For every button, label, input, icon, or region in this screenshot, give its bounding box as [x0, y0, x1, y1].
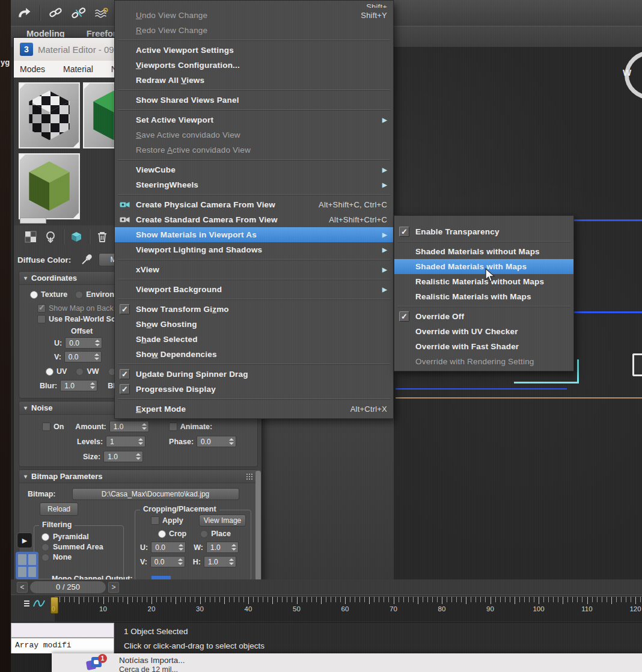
blur-spinner[interactable]: 1.0: [60, 380, 97, 391]
views-menu-item-update-during-spinner-drag[interactable]: ✓Update During Spinner Drag: [115, 367, 393, 382]
reload-button[interactable]: Reload: [40, 502, 78, 516]
expand-listener-button[interactable]: ▶: [17, 533, 32, 548]
bitmap-path-button[interactable]: D:\Casa_Max\Documento\kad.jpg: [72, 488, 239, 500]
link-icon[interactable]: [49, 6, 63, 20]
reset-map-trash-icon[interactable]: [95, 230, 109, 244]
vw-radio[interactable]: [76, 368, 84, 376]
views-menu-item-viewport-lighting-and-shadows[interactable]: Viewport Lighting and Shadows▶: [115, 242, 393, 257]
menu-modes[interactable]: Modes: [20, 64, 45, 74]
materials-submenu-item-override-with-rendering-setting[interactable]: Override with Rendering Setting: [394, 354, 573, 369]
unlink-icon[interactable]: [72, 6, 86, 20]
spinner-arrows-icon[interactable]: [93, 340, 100, 346]
eyedropper-icon[interactable]: [79, 252, 94, 267]
snap-waves-icon[interactable]: [94, 6, 109, 20]
materials-submenu-item-enable-transparency[interactable]: ✓Enable Transparency: [394, 224, 573, 239]
environ-radio[interactable]: [75, 291, 83, 299]
views-menu-item-show-dependencies[interactable]: Show Dependencies: [115, 347, 393, 362]
put-material-to-scene-icon[interactable]: [43, 230, 58, 244]
views-menu-item-viewport-background[interactable]: Viewport Background▶: [115, 282, 393, 297]
views-menu-item-shade-selected[interactable]: Shade Selected: [115, 332, 393, 347]
spinner-arrows-icon[interactable]: [176, 558, 183, 565]
bitmap-parameters-rollout-header[interactable]: ▾Bitmap Parameters: [19, 470, 257, 483]
views-menu-item-viewcube[interactable]: ViewCube▶: [115, 162, 393, 177]
materials-submenu-item-shaded-materials-without-maps[interactable]: Shaded Materials without Maps: [394, 244, 573, 259]
spinner-arrows-icon[interactable]: [136, 438, 143, 445]
views-menu-item-save-active-convidado-view[interactable]: Save Active convidado View: [115, 127, 393, 142]
spinner-arrows-icon[interactable]: [133, 453, 141, 460]
size-spinner[interactable]: 1.0: [103, 451, 143, 462]
assign-material-to-selection-icon[interactable]: [69, 230, 84, 244]
spinner-arrows-icon[interactable]: [227, 558, 234, 565]
v-offset-spinner[interactable]: 0.0: [64, 351, 102, 362]
materials-submenu-item-override-off[interactable]: ✓Override Off: [394, 309, 573, 324]
time-ruler[interactable]: 102030405060708090100110120: [55, 596, 642, 622]
macro-recorder-line[interactable]: [11, 623, 114, 638]
viewport-layout-tabs-icon[interactable]: [16, 552, 38, 579]
views-menu-item-undo-view-change[interactable]: Undo View ChangeShift+Y: [115, 8, 393, 23]
amount-spinner[interactable]: 1.0: [109, 421, 149, 432]
views-menu-item-restore-active-convidado-view[interactable]: Restore Active convidado View: [115, 142, 393, 157]
views-menu-item-redo-view-change[interactable]: Redo View Change: [115, 23, 393, 38]
views-menu-item-show-materials-in-viewport-as[interactable]: Show Materials in Viewport As▶: [115, 227, 393, 242]
previous-frame-button[interactable]: <: [17, 582, 28, 593]
views-menu-item-set-active-viewport[interactable]: Set Active Viewport▶: [115, 112, 393, 127]
notification-toast[interactable]: 1 Notícias Importa... Cerca de 12 mil...: [52, 653, 642, 672]
views-menu-item-fragment[interactable]: Shift+: [115, 2, 393, 8]
views-menu-item-show-transform-gizmo[interactable]: ✓Show Transform Gizmo: [115, 302, 393, 317]
spinner-arrows-icon[interactable]: [92, 353, 99, 360]
place-radio[interactable]: [200, 530, 208, 538]
animate-checkbox[interactable]: [169, 423, 177, 431]
filtering-option-none[interactable]: None: [41, 553, 123, 561]
views-menu-item-xview[interactable]: xView▶: [115, 262, 393, 277]
u-offset-spinner[interactable]: 0.0: [65, 337, 102, 349]
curve-editor-icon[interactable]: [33, 599, 45, 608]
material-editor-scrollbar[interactable]: [255, 471, 261, 581]
phase-spinner[interactable]: 0.0: [197, 436, 236, 447]
apply-checkbox[interactable]: [151, 516, 159, 525]
views-menu-item-create-physical-camera-from-view[interactable]: Create Physical Camera From ViewAlt+Shif…: [115, 197, 393, 212]
spinner-arrows-icon[interactable]: [176, 544, 183, 551]
views-menu-item-expert-mode[interactable]: Expert ModeAlt+Ctrl+X: [115, 402, 393, 417]
spinner-arrows-icon[interactable]: [227, 438, 234, 445]
maxscript-mini-listener[interactable]: Array modifi: [11, 623, 114, 654]
crop-v-spinner[interactable]: 0.0: [150, 556, 185, 567]
views-menu-item-progressive-display[interactable]: ✓Progressive Display: [115, 382, 393, 397]
views-menu-item-show-ghosting[interactable]: Show Ghosting: [115, 317, 393, 332]
spinner-arrows-icon[interactable]: [139, 423, 147, 430]
crop-h-spinner[interactable]: 1.0: [204, 556, 236, 567]
menu-material[interactable]: Material: [63, 64, 93, 74]
views-menu-item-redraw-all-views[interactable]: Redraw All Views: [115, 73, 393, 88]
get-material-icon[interactable]: [23, 230, 38, 244]
crop-w-spinner[interactable]: 1.0: [206, 542, 239, 553]
filtering-option-pyramidal[interactable]: Pyramidal: [41, 533, 123, 541]
views-menu-item-viewports-configuration[interactable]: Viewports Configuration...: [115, 58, 393, 73]
noise-on-checkbox[interactable]: [42, 423, 50, 431]
texture-radio[interactable]: [30, 291, 38, 299]
crop-radio[interactable]: [158, 530, 166, 538]
sample-slot-checker-cube[interactable]: [19, 82, 80, 148]
spinner-arrows-icon[interactable]: [88, 382, 95, 389]
view-image-button[interactable]: View Image: [199, 515, 246, 527]
materials-submenu-item-override-with-uv-checker[interactable]: Override with UV Checker: [394, 324, 573, 339]
levels-spinner[interactable]: 1: [106, 436, 145, 447]
key-filter-icon[interactable]: [24, 599, 29, 608]
sample-slot-grass-cube[interactable]: [19, 153, 80, 219]
show-map-on-back-checkbox[interactable]: [37, 304, 46, 313]
views-menu-item-steeringwheels[interactable]: SteeringWheels▶: [115, 177, 393, 192]
sample-palette-scrollbar[interactable]: [20, 218, 46, 224]
current-frame-field[interactable]: 0 / 250: [30, 581, 106, 593]
next-frame-button[interactable]: >: [108, 582, 119, 593]
crop-u-spinner[interactable]: 0.0: [151, 542, 186, 553]
filtering-option-summed-area[interactable]: Summed Area: [41, 543, 123, 551]
listener-line[interactable]: Array modifi: [11, 638, 114, 654]
redo-arrow-icon[interactable]: [17, 6, 31, 20]
uv-radio[interactable]: [46, 368, 54, 376]
views-menu-item-create-standard-camera-from-view[interactable]: Create Standard Camera From ViewAlt+Shif…: [115, 212, 393, 227]
materials-submenu-item-realistic-materials-without-maps[interactable]: Realistic Materials without Maps: [394, 274, 573, 289]
materials-submenu-item-realistic-materials-with-maps[interactable]: Realistic Materials with Maps: [394, 289, 573, 304]
spinner-arrows-icon[interactable]: [229, 544, 236, 551]
views-menu-item-active-viewport-settings[interactable]: Active Viewport Settings: [115, 43, 393, 58]
materials-submenu-item-shaded-materials-with-maps[interactable]: Shaded Materials with Maps: [394, 259, 573, 274]
views-menu-item-show-shared-views-panel[interactable]: Show Shared Views Panel: [115, 93, 393, 108]
use-real-world-scale-checkbox[interactable]: [37, 315, 46, 323]
